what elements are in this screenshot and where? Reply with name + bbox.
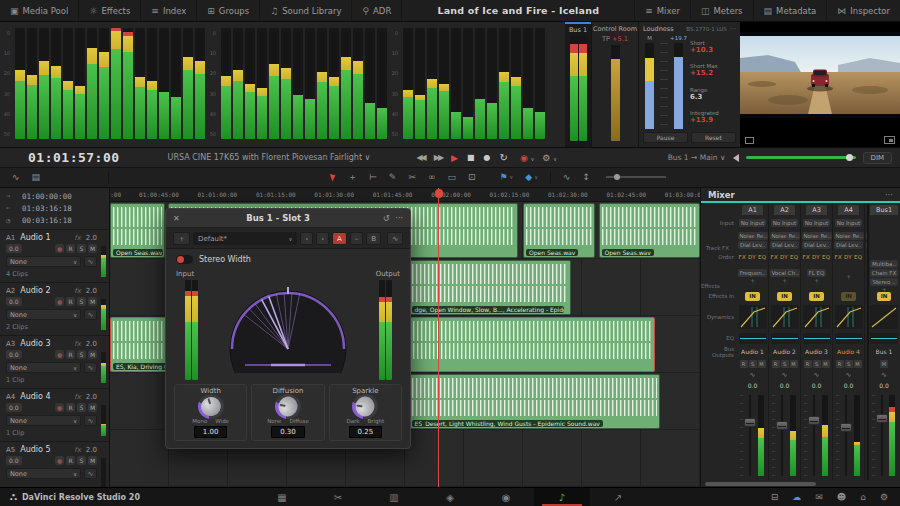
knob-control[interactable]: [354, 396, 376, 417]
track-rsm-button[interactable]: R: [66, 456, 75, 465]
track-fx-slot[interactable]: Dial Lev..: [834, 241, 863, 249]
track-gain-value[interactable]: 0.0: [6, 403, 22, 412]
audio-clip[interactable]: Open Seas.wav: [110, 203, 165, 258]
automation-curve-button[interactable]: ∿: [84, 256, 97, 267]
effect-slot[interactable]: Chain FX: [870, 269, 898, 277]
track-gain-value[interactable]: 0.0: [6, 350, 22, 359]
effects-in-button[interactable]: IN: [877, 292, 892, 301]
fader-section[interactable]: [833, 391, 864, 480]
ab-compare-b-button[interactable]: B: [366, 232, 381, 245]
fader-handle[interactable]: [808, 416, 820, 425]
track-header[interactable]: A2 Audio 2 fx 2.0 0.0 ● RSM: [0, 283, 109, 336]
track-rsm-button[interactable]: S: [77, 244, 86, 253]
collaboration-icon[interactable]: ☻: [837, 492, 846, 502]
strip-track-name[interactable]: Bus 1: [876, 348, 893, 355]
knob-control[interactable]: [200, 396, 222, 417]
fast-forward-button[interactable]: ▶▶: [434, 153, 442, 162]
strip-rsm-button[interactable]: M: [790, 360, 798, 368]
panel-toggle-button[interactable]: ▣ Media Pool: [0, 0, 79, 21]
strip-rsm-button[interactable]: M: [822, 360, 830, 368]
mixer-channel-strip[interactable]: A4 No Input Noise Re.. Dial Lev.. FX DY …: [833, 203, 865, 480]
audio-clip[interactable]: dge, Open Window, Slow, B..., Accelerati…: [409, 260, 572, 315]
track-rsm-button[interactable]: R: [66, 244, 75, 253]
plugin-menu-icon[interactable]: ···: [395, 214, 403, 223]
strip-rsm-button[interactable]: R: [836, 360, 844, 368]
pan-control[interactable]: ∿: [782, 371, 788, 379]
automation-curve-button[interactable]: ∿: [84, 309, 97, 320]
next-preset-button[interactable]: ›: [316, 232, 329, 245]
frame-icon[interactable]: ⊡: [468, 172, 476, 182]
automation-curve-button[interactable]: ∿: [84, 468, 97, 479]
eq-graph[interactable]: [870, 333, 898, 344]
audio-clip[interactable]: Open Seas.wav: [599, 203, 700, 258]
track-rsm-button[interactable]: S: [77, 350, 86, 359]
track-rsm-button[interactable]: S: [77, 403, 86, 412]
track-rsm-button[interactable]: M: [88, 244, 97, 253]
track-fx-slot[interactable]: Noise Re..: [802, 232, 832, 240]
pencil-icon[interactable]: ✎: [389, 172, 397, 182]
track-gain-value[interactable]: 0.0: [6, 244, 22, 253]
panel-toggle-button[interactable]: ⊞ Groups: [197, 0, 260, 21]
cut-page[interactable]: ✂: [310, 488, 366, 506]
loop-button[interactable]: ↻: [500, 152, 508, 163]
cloud-icon[interactable]: ☁: [792, 492, 801, 502]
automation-curve-button[interactable]: ∿: [84, 362, 97, 373]
fader-handle[interactable]: [876, 414, 888, 423]
panel-toggle-button[interactable]: ♫ Sound Library: [260, 0, 352, 21]
track-rsm-button[interactable]: M: [88, 350, 97, 359]
track-header[interactable]: A3 Audio 3 fx 2.0 0.0 ● RSM: [0, 336, 109, 389]
automation-icon[interactable]: ∿: [12, 172, 20, 182]
strip-gain-value[interactable]: 0.0: [844, 382, 854, 389]
arm-button[interactable]: ●: [55, 350, 64, 359]
strip-rsm-button[interactable]: S: [749, 360, 757, 368]
strip-gain-value[interactable]: 0.0: [780, 382, 790, 389]
track-fx-slot[interactable]: Noise Re..: [770, 232, 800, 240]
deliver-page[interactable]: ↗: [590, 488, 646, 506]
arm-button[interactable]: ●: [55, 403, 64, 412]
effects-in-button[interactable]: IN: [777, 292, 792, 301]
strip-id-tab[interactable]: Bus1: [870, 205, 898, 215]
panel-toggle-button[interactable]: ≡ Index: [141, 0, 197, 21]
processing-order[interactable]: FX DY EQ: [771, 254, 799, 260]
processing-order[interactable]: FX DY EQ: [835, 254, 863, 260]
effect-slot[interactable]: Multiba..: [870, 260, 898, 268]
track-index-icon[interactable]: ▤: [32, 172, 41, 182]
strip-rsm-button[interactable]: R: [740, 360, 748, 368]
mixer-menu-icon[interactable]: ···: [885, 190, 893, 200]
audio-clip[interactable]: Open Seas.wav: [523, 203, 595, 258]
track-header[interactable]: A1 Audio 1 fx 2.0 0.0 ● RSM: [0, 230, 109, 283]
zoom-slider[interactable]: [606, 176, 666, 178]
media-page[interactable]: ▦: [254, 488, 310, 506]
track-fx-slot[interactable]: Dial Lev..: [738, 241, 767, 249]
track-rsm-button[interactable]: M: [88, 456, 97, 465]
edit-page[interactable]: ▥: [366, 488, 422, 506]
arm-button[interactable]: ●: [55, 456, 64, 465]
fader-handle[interactable]: [776, 421, 788, 430]
strip-rsm-button[interactable]: M: [880, 360, 888, 368]
strip-rsm-button[interactable]: S: [781, 360, 789, 368]
knob-value[interactable]: 0.25: [349, 426, 383, 438]
loudness-menu-icon[interactable]: ···: [730, 25, 736, 33]
strip-id-tab[interactable]: A3: [806, 205, 827, 215]
pan-control[interactable]: ∿: [846, 371, 852, 379]
dynamics-graph[interactable]: [870, 305, 898, 329]
strip-rsm-button[interactable]: M: [854, 360, 862, 368]
waveform-view-icon[interactable]: ∿: [563, 172, 571, 182]
track-rsm-button[interactable]: M: [88, 297, 97, 306]
record-button[interactable]: ●: [484, 153, 491, 162]
home-icon[interactable]: ⌂: [860, 492, 866, 502]
flag-color-icon[interactable]: ⚑∨: [500, 172, 514, 182]
panel-toggle-button[interactable]: ⋈ Inspector: [826, 0, 900, 21]
fader-handle[interactable]: [840, 423, 852, 432]
effects-in-button[interactable]: IN: [745, 292, 760, 301]
plugin-titlebar[interactable]: ✕ Bus 1 - Slot 3 ↺ ···: [166, 209, 410, 228]
track-rsm-button[interactable]: S: [77, 456, 86, 465]
effects-in-button[interactable]: IN: [841, 292, 856, 301]
loudness-standard[interactable]: BS.1770-1 LUS: [677, 26, 727, 32]
track-rsm-button[interactable]: M: [88, 403, 97, 412]
ab-compare-a-button[interactable]: A: [332, 232, 347, 245]
panel-toggle-button[interactable]: ◫ Meters: [690, 0, 753, 21]
track-fx-slot[interactable]: Noise Re..: [834, 232, 864, 240]
track-header[interactable]: A4 Audio 4 fx 2.0 0.0 ● RSM: [0, 389, 109, 442]
panel-toggle-button[interactable]: ⚲ ADR: [352, 0, 402, 21]
